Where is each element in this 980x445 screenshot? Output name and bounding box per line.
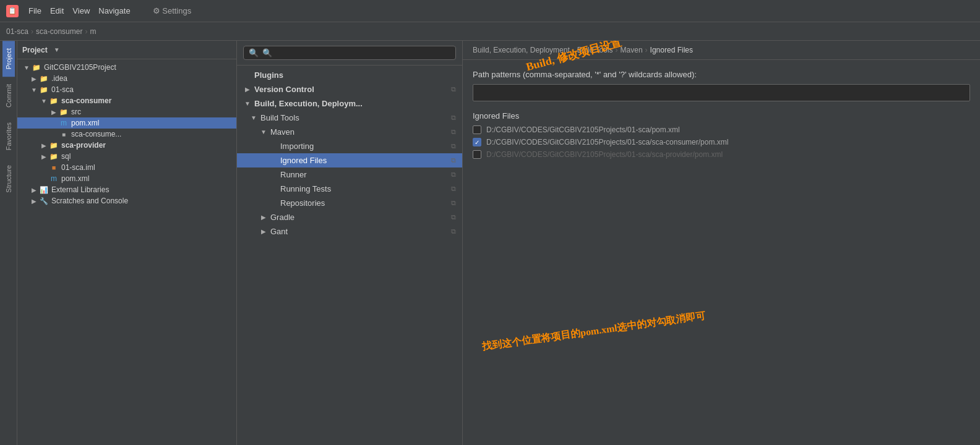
content-header: Build, Execution, Deployment › Build Too…: [463, 41, 980, 60]
bc-build-exec: Build, Execution, Deployment: [473, 46, 570, 54]
bc-sep2: ›: [616, 46, 618, 54]
tree-label-sca-consumer: sca-consumer: [61, 96, 111, 105]
settings-search-header: 🔍: [237, 41, 462, 66]
s-arrow-gradle: ▶: [259, 214, 268, 221]
s-arrow-maven: ▼: [259, 129, 268, 135]
settings-item-build-tools[interactable]: ▼ Build Tools ⧉: [237, 111, 462, 125]
tree-label-root: GitCGBIV2105Project: [44, 63, 116, 72]
s-copy-icon-importing: ⧉: [451, 142, 456, 150]
sidebar-tab-structure[interactable]: Structure: [2, 158, 15, 200]
tree-label-idea: .idea: [51, 74, 67, 83]
tree-item-sca-consumer-file[interactable]: ■ sca-consume...: [17, 129, 236, 140]
nav-sep1: ›: [31, 27, 33, 36]
iml-icon: ■: [48, 163, 59, 172]
tree-label-pom-consumer: pom.xml: [71, 119, 99, 127]
arrow-ext-libs: ▶: [30, 187, 38, 193]
s-copy-icon-gradle: ⧉: [451, 213, 456, 221]
settings-item-gant[interactable]: ▶ Gant ⧉: [237, 224, 462, 239]
tree-item-src[interactable]: ▶ 📁 src: [17, 106, 236, 117]
menu-view[interactable]: View: [72, 6, 90, 15]
tree-item-iml[interactable]: ■ 01-sca.iml: [17, 162, 236, 173]
project-tree: ▼ 📁 GitCGBIV2105Project ▶ 📁 .idea ▼ 📁 01…: [17, 59, 236, 445]
tree-label-sca-consumer-file: sca-consume...: [71, 130, 121, 138]
file-path-2: D:/CGBIV/CODES/GitCGBIV2105Projects/01-s…: [486, 138, 728, 146]
sidebar-tab-project[interactable]: Project: [2, 41, 15, 77]
settings-panel: 🔍 Plugins ▶ Version Control ⧉ ▼ Build, E…: [237, 41, 463, 445]
bc-sep3: ›: [645, 46, 648, 54]
settings-item-plugins[interactable]: Plugins: [237, 68, 462, 82]
tree-item-pom-consumer[interactable]: m pom.xml: [17, 117, 236, 129]
nav-01sca[interactable]: 01-sca: [6, 27, 28, 36]
tree-label-src: src: [71, 108, 81, 116]
settings-item-repositories[interactable]: Repositories ⧉: [237, 196, 462, 210]
folder-icon-root: 📁: [31, 63, 42, 72]
tree-label-iml: 01-sca.iml: [61, 163, 95, 172]
sidebar-tab-favorites[interactable]: Favorites: [2, 115, 15, 158]
navbar: 01-sca › sca-consumer › m: [0, 22, 980, 41]
settings-label-running-tests: Running Tests: [280, 184, 331, 193]
s-copy-icon-maven: ⧉: [451, 128, 456, 136]
tree-item-ext-libs[interactable]: ▶ 📊 External Libraries: [17, 184, 236, 195]
tree-item-01sca[interactable]: ▼ 📁 01-sca: [17, 84, 236, 95]
main-area: Project Commit Favorites Structure Proje…: [0, 41, 980, 445]
search-box: 🔍: [243, 46, 456, 60]
arrow-idea: ▶: [30, 75, 38, 82]
settings-item-build-exec[interactable]: ▼ Build, Execution, Deploym...: [237, 96, 462, 111]
sidebar-tab-commit[interactable]: Commit: [2, 77, 15, 115]
path-patterns-input[interactable]: [473, 84, 970, 101]
tree-item-idea[interactable]: ▶ 📁 .idea: [17, 73, 236, 84]
project-dropdown-icon[interactable]: ▼: [54, 46, 60, 53]
checkbox-file2[interactable]: [473, 138, 481, 146]
settings-label-version-control: Version Control: [254, 85, 314, 94]
s-copy-icon-runner: ⧉: [451, 171, 456, 179]
settings-item-maven[interactable]: ▼ Maven ⧉: [237, 125, 462, 139]
settings-item-runner[interactable]: Runner ⧉: [237, 167, 462, 182]
menu-file[interactable]: File: [28, 6, 41, 15]
settings-item-running-tests[interactable]: Running Tests ⧉: [237, 182, 462, 196]
menu-edit[interactable]: Edit: [50, 6, 64, 15]
file-path-3: D:/CGBIV/CODES/GitCGBIV2105Projects/01-s…: [486, 150, 723, 159]
tree-item-scratches[interactable]: ▶ 🔧 Scratches and Console: [17, 195, 236, 206]
arrow-src: ▶: [49, 109, 58, 116]
bc-ignored-files: Ignored Files: [650, 46, 693, 54]
s-copy-icon-if: ⧉: [451, 156, 456, 164]
tree-label-pom-root: pom.xml: [61, 174, 89, 183]
s-copy-icon-repos: ⧉: [451, 199, 456, 207]
settings-label-gant: Gant: [270, 227, 288, 236]
menu-navigate[interactable]: Navigate: [98, 6, 130, 15]
file-icon-sca-consumer: ■: [58, 130, 69, 138]
arrow-root: ▼: [22, 64, 31, 71]
breadcrumb-trail: Build, Execution, Deployment › Build Too…: [473, 46, 970, 54]
s-arrow-bt: ▼: [249, 114, 258, 121]
settings-item-importing[interactable]: Importing ⧉: [237, 139, 462, 153]
search-icon: 🔍: [249, 48, 259, 57]
lib-icon: 📊: [38, 185, 49, 194]
file-row-2: D:/CGBIV/CODES/GitCGBIV2105Projects/01-s…: [473, 138, 970, 146]
settings-item-version-control[interactable]: ▶ Version Control ⧉: [237, 82, 462, 96]
settings-label-repositories: Repositories: [280, 198, 325, 208]
s-arrow-vc: ▶: [243, 86, 252, 93]
nav-m[interactable]: m: [90, 27, 96, 36]
search-input[interactable]: [262, 48, 450, 57]
tree-item-root[interactable]: ▼ 📁 GitCGBIV2105Project: [17, 62, 236, 73]
content-body: Path patterns (comma-separated, '*' and …: [463, 60, 980, 445]
settings-item-gradle[interactable]: ▶ Gradle ⧉: [237, 210, 462, 224]
checkbox-file3[interactable]: [473, 150, 481, 159]
nav-sca-consumer[interactable]: sca-consumer: [36, 27, 82, 36]
tree-item-sca-provider[interactable]: ▶ 📁 sca-provider: [17, 140, 236, 151]
tree-label-01sca: 01-sca: [51, 85, 74, 94]
arrow-sql: ▶: [40, 153, 48, 160]
checkbox-file1[interactable]: [473, 125, 481, 134]
bc-sep1: ›: [572, 46, 575, 54]
settings-label-plugins: Plugins: [254, 70, 283, 80]
tree-item-sql[interactable]: ▶ 📁 sql: [17, 151, 236, 162]
xml-icon-pom-root: m: [48, 174, 59, 183]
settings-label-importing: Importing: [280, 142, 314, 151]
tree-item-sca-consumer[interactable]: ▼ 📁 sca-consumer: [17, 95, 236, 106]
s-arrow-gant: ▶: [259, 228, 268, 235]
settings-item-ignored-files[interactable]: Ignored Files ⧉: [237, 153, 462, 167]
tree-label-sql: sql: [61, 152, 71, 161]
titlebar: 📋 File Edit View Navigate ⚙ Settings: [0, 0, 980, 22]
tree-item-pom-root[interactable]: m pom.xml: [17, 173, 236, 184]
project-title: Project: [22, 46, 48, 54]
